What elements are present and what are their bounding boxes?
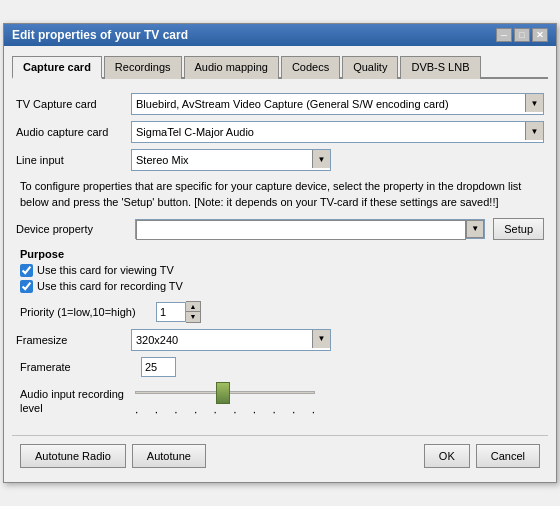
tv-capture-card-select[interactable]: Bluebird, AvStream Video Capture (Genera… bbox=[131, 93, 544, 115]
tab-bar: Capture card Recordings Audio mapping Co… bbox=[12, 54, 548, 79]
device-property-row: Device property ▼ Setup bbox=[16, 218, 544, 240]
framesize-label: Framesize bbox=[16, 334, 131, 346]
title-bar-buttons: ─ □ ✕ bbox=[496, 28, 548, 42]
checkbox-viewing-row: Use this card for viewing TV bbox=[20, 264, 540, 277]
line-input-row: Line input Stereo Mix ▼ bbox=[16, 149, 544, 171]
audio-slider-track bbox=[135, 383, 540, 403]
device-property-value[interactable] bbox=[136, 220, 466, 240]
framesize-control: 320x240 ▼ bbox=[131, 329, 544, 351]
bottom-buttons: Autotune Radio Autotune OK Cancel bbox=[12, 435, 548, 474]
recording-checkbox[interactable] bbox=[20, 280, 33, 293]
minimize-button[interactable]: ─ bbox=[496, 28, 512, 42]
line-input-select[interactable]: Stereo Mix ▼ bbox=[131, 149, 331, 171]
tab-recordings[interactable]: Recordings bbox=[104, 56, 182, 79]
audio-slider-container: · · · · · · · · · · bbox=[135, 383, 540, 419]
tab-quality[interactable]: Quality bbox=[342, 56, 398, 79]
info-text: To configure properties that are specifi… bbox=[20, 179, 540, 210]
tick-8: · bbox=[292, 405, 295, 419]
device-property-arrow[interactable]: ▼ bbox=[466, 220, 484, 238]
audio-slider-thumb[interactable] bbox=[216, 382, 230, 404]
viewing-checkbox[interactable] bbox=[20, 264, 33, 277]
recording-checkbox-label: Use this card for recording TV bbox=[37, 280, 183, 292]
cancel-button[interactable]: Cancel bbox=[476, 444, 540, 468]
audio-capture-card-select[interactable]: SigmaTel C-Major Audio ▼ bbox=[131, 121, 544, 143]
framesize-select[interactable]: 320x240 ▼ bbox=[131, 329, 331, 351]
tick-4: · bbox=[214, 405, 217, 419]
framerate-label: Framerate bbox=[20, 361, 135, 373]
framerate-row: Framerate bbox=[20, 357, 540, 377]
tick-3: · bbox=[194, 405, 197, 419]
checkbox-recording-row: Use this card for recording TV bbox=[20, 280, 540, 293]
framesize-value[interactable]: 320x240 bbox=[132, 330, 312, 350]
line-input-value[interactable]: Stereo Mix bbox=[132, 150, 312, 170]
device-property-label: Device property bbox=[16, 223, 131, 235]
tick-7: · bbox=[272, 405, 275, 419]
tick-0: · bbox=[135, 405, 138, 419]
capture-card-form: TV Capture card Bluebird, AvStream Video… bbox=[12, 87, 548, 431]
audio-capture-card-row: Audio capture card SigmaTel C-Major Audi… bbox=[16, 121, 544, 143]
left-action-buttons: Autotune Radio Autotune bbox=[20, 444, 206, 468]
priority-down-button[interactable]: ▼ bbox=[186, 312, 200, 322]
tick-1: · bbox=[155, 405, 158, 419]
audio-input-label: Audio input recording level bbox=[20, 387, 135, 416]
viewing-checkbox-label: Use this card for viewing TV bbox=[37, 264, 174, 276]
priority-input[interactable] bbox=[156, 302, 186, 322]
audio-capture-card-value[interactable]: SigmaTel C-Major Audio bbox=[132, 122, 525, 142]
priority-up-button[interactable]: ▲ bbox=[186, 302, 200, 312]
main-window: Edit properties of your TV card ─ □ ✕ Ca… bbox=[3, 23, 557, 483]
framesize-row: Framesize 320x240 ▼ bbox=[16, 329, 544, 351]
tick-6: · bbox=[253, 405, 256, 419]
audio-capture-card-control: SigmaTel C-Major Audio ▼ bbox=[131, 121, 544, 143]
device-property-select[interactable]: ▼ bbox=[135, 219, 485, 239]
window-title: Edit properties of your TV card bbox=[12, 28, 188, 42]
tv-capture-card-value[interactable]: Bluebird, AvStream Video Capture (Genera… bbox=[132, 94, 525, 114]
framerate-input[interactable] bbox=[141, 357, 176, 377]
audio-slider-line bbox=[135, 391, 315, 394]
audio-capture-card-label: Audio capture card bbox=[16, 126, 131, 138]
tab-codecs[interactable]: Codecs bbox=[281, 56, 340, 79]
tv-capture-card-label: TV Capture card bbox=[16, 98, 131, 110]
priority-row: Priority (1=low,10=high) ▲ ▼ bbox=[20, 301, 540, 323]
tick-2: · bbox=[174, 405, 177, 419]
priority-spinner-buttons: ▲ ▼ bbox=[186, 301, 201, 323]
framesize-arrow[interactable]: ▼ bbox=[312, 330, 330, 348]
tv-capture-card-row: TV Capture card Bluebird, AvStream Video… bbox=[16, 93, 544, 115]
ok-button[interactable]: OK bbox=[424, 444, 470, 468]
tick-5: · bbox=[233, 405, 236, 419]
tab-dvbs-lnb[interactable]: DVB-S LNB bbox=[400, 56, 480, 79]
tv-capture-card-arrow[interactable]: ▼ bbox=[525, 94, 543, 112]
purpose-label: Purpose bbox=[20, 248, 540, 260]
tick-9: · bbox=[312, 405, 315, 419]
title-bar: Edit properties of your TV card ─ □ ✕ bbox=[4, 24, 556, 46]
close-button[interactable]: ✕ bbox=[532, 28, 548, 42]
setup-button[interactable]: Setup bbox=[493, 218, 544, 240]
tv-capture-card-control: Bluebird, AvStream Video Capture (Genera… bbox=[131, 93, 544, 115]
tab-audio-mapping[interactable]: Audio mapping bbox=[184, 56, 279, 79]
audio-slider-ticks: · · · · · · · · · · bbox=[135, 405, 315, 419]
line-input-arrow[interactable]: ▼ bbox=[312, 150, 330, 168]
tab-capture-card[interactable]: Capture card bbox=[12, 56, 102, 79]
maximize-button[interactable]: □ bbox=[514, 28, 530, 42]
window-content: Capture card Recordings Audio mapping Co… bbox=[4, 46, 556, 482]
priority-label: Priority (1=low,10=high) bbox=[20, 306, 150, 318]
line-input-label: Line input bbox=[16, 154, 131, 166]
right-action-buttons: OK Cancel bbox=[424, 444, 540, 468]
line-input-control: Stereo Mix ▼ bbox=[131, 149, 544, 171]
audio-input-row: Audio input recording level · · · · · · bbox=[20, 383, 540, 419]
priority-spinner: ▲ ▼ bbox=[156, 301, 201, 323]
autotune-button[interactable]: Autotune bbox=[132, 444, 206, 468]
autotune-radio-button[interactable]: Autotune Radio bbox=[20, 444, 126, 468]
audio-capture-card-arrow[interactable]: ▼ bbox=[525, 122, 543, 140]
